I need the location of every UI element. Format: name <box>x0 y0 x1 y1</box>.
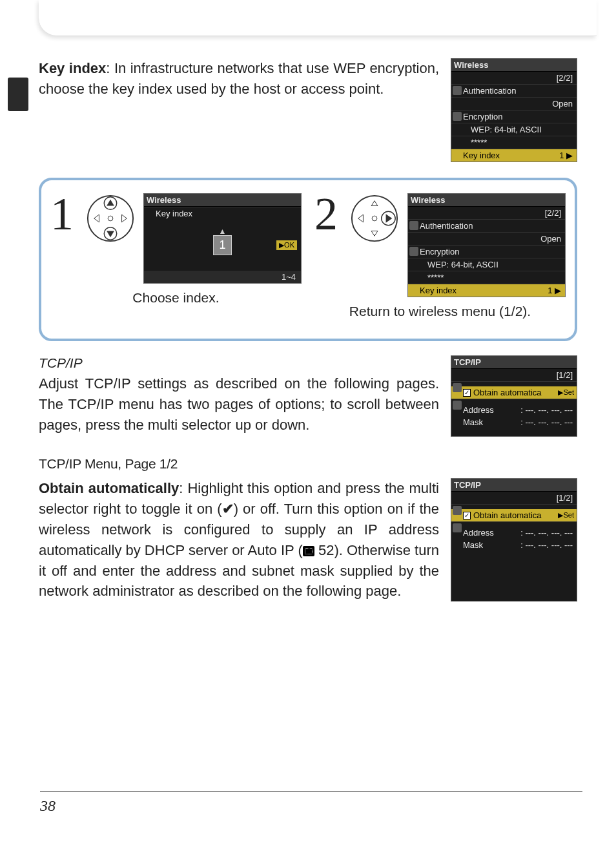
obtain-address-row: Address: ---. ---. ---. --- <box>451 527 577 539</box>
svg-point-1 <box>108 216 113 221</box>
obtain-lcd-set: ▶Set <box>558 511 574 519</box>
spacer <box>451 504 577 509</box>
step1-ok-badge: ▶OK <box>276 240 297 250</box>
obtain-lcd-label: Obtain automatica <box>473 510 542 520</box>
step1-range: 1~4 <box>144 271 301 283</box>
step-1-number: 1 <box>50 193 76 235</box>
tcpip-lcd-title: TCP/IP <box>451 356 577 369</box>
step-2-lcd: Wireless [2/2] Authentication Open Encry… <box>407 193 566 297</box>
lcd-auth-value: Open <box>451 97 577 110</box>
lcd-enc-key: ***** <box>451 136 577 149</box>
step2-lcd-page: [2/2] <box>408 207 565 219</box>
svg-marker-12 <box>358 215 364 222</box>
svg-marker-2 <box>107 200 114 206</box>
obtain-lcd-title: TCP/IP <box>451 479 577 492</box>
side-tab <box>8 78 28 111</box>
step2-ki-row: Key index 1 ▶ <box>408 284 565 297</box>
page-footer: 38 <box>40 791 582 817</box>
obtain-auto-paragraph: Obtain automatically: Highlight this opt… <box>39 478 439 602</box>
svg-marker-13 <box>386 214 393 223</box>
key-index-paragraph: Key index: In infrastructure networks th… <box>39 58 439 100</box>
obtain-auto-section: Obtain automatically: Highlight this opt… <box>39 478 577 602</box>
camera-icon <box>453 383 462 392</box>
header-curve <box>39 0 597 36</box>
steps-box: 1 Wireless Key index <box>39 178 577 341</box>
camera-icon <box>453 506 462 515</box>
wrench-icon <box>453 401 462 410</box>
camera-icon <box>409 221 418 230</box>
step1-lcd-subtitle: Key index <box>144 207 301 220</box>
arrow-up-icon: ▲ <box>219 227 227 236</box>
tcpip-lcd: TCP/IP [1/2] ✓ Obtain automatica ▶Set Ad… <box>451 355 577 437</box>
checkbox-checked-icon: ✓ <box>463 512 471 519</box>
obtain-auto-label: Obtain automatically <box>39 480 179 496</box>
tcpip-body: Adjust TCP/IP settings as described on t… <box>39 373 439 435</box>
checkbox-checked-icon: ✓ <box>463 389 471 397</box>
step-1-caption: Choose index. <box>132 290 219 306</box>
svg-marker-5 <box>122 215 127 222</box>
check-icon: ✔ <box>222 501 234 517</box>
spacer <box>451 399 577 404</box>
tcpip-lcd-page: [1/2] <box>451 369 577 381</box>
tcpip-section: TCP/IP Adjust TCP/IP settings as describ… <box>39 355 577 437</box>
dpad-up-down-icon <box>85 193 136 244</box>
step-1-lcd: Wireless Key index ▲ 1 ▶OK 1~4 <box>143 193 302 284</box>
obtain-lcd-page: [1/2] <box>451 492 577 504</box>
lcd-auth-row: Authentication <box>451 84 577 97</box>
obtain-lcd-row: ✓ Obtain automatica ▶Set <box>451 509 577 521</box>
lcd-enc-row: Encryption <box>451 110 577 123</box>
step-1: 1 Wireless Key index <box>50 193 302 319</box>
step2-auth-label: Authentication <box>408 219 565 232</box>
dpad-right-icon <box>349 193 400 244</box>
step-2: 2 Wireless [2/2] Authentication <box>314 193 566 319</box>
key-index-label: Key index <box>39 60 106 76</box>
obtain-mask-row: Mask: ---. ---. ---. --- <box>451 539 577 551</box>
svg-point-9 <box>372 216 377 221</box>
page-ref-icon <box>303 546 314 556</box>
spacer <box>451 521 577 527</box>
lcd-keyindex-row: Key index 1 ▶ <box>451 149 577 162</box>
step-2-caption: Return to wireless menu (1/2). <box>349 304 531 319</box>
step2-lcd-title: Wireless <box>408 194 565 207</box>
spacer <box>451 551 577 559</box>
step-2-number: 2 <box>314 193 340 235</box>
wrench-icon <box>453 112 462 121</box>
tcpip-obtain-row: ✓ Obtain automatica ▶Set <box>451 386 577 399</box>
lcd-auth-label: Authentication <box>463 86 516 96</box>
step2-ki-value: 1 <box>548 286 552 295</box>
wrench-icon <box>453 523 462 532</box>
lcd-keyindex-label: Key index <box>463 151 500 160</box>
step2-enc-label: Encryption <box>408 245 565 258</box>
tcpip-address-row: Address: ---. ---. ---. --- <box>451 404 577 416</box>
tcpip-page-heading: TCP/IP Menu, Page 1/2 <box>39 456 577 472</box>
svg-marker-11 <box>371 231 378 236</box>
svg-marker-3 <box>107 231 114 238</box>
tcpip-obtain-label: Obtain automatica <box>473 388 542 397</box>
step2-ki-label: Key index <box>420 286 457 295</box>
step1-lcd-value-area: ▲ 1 ▶OK <box>144 220 301 271</box>
camera-icon <box>453 86 462 95</box>
lcd-enc-label: Encryption <box>463 112 502 121</box>
spacer <box>451 381 577 386</box>
step2-auth-value: Open <box>408 232 565 245</box>
obtain-lcd: TCP/IP [1/2] ✓ Obtain automatica ▶Set Ad… <box>451 478 577 602</box>
key-index-section: Key index: In infrastructure networks th… <box>39 58 577 162</box>
lcd-page-indicator: [2/2] <box>451 72 577 84</box>
tcpip-mask-row: Mask: ---. ---. ---. --- <box>451 416 577 428</box>
step1-lcd-value: ▲ 1 <box>213 235 231 255</box>
arrow-right-icon: ▶ <box>555 286 561 295</box>
lcd-keyindex-value: 1 <box>559 151 564 160</box>
lcd-title: Wireless <box>451 59 577 72</box>
tcpip-set-label: ▶Set <box>558 388 574 397</box>
svg-marker-10 <box>371 201 378 206</box>
wrench-icon <box>409 247 418 256</box>
step2-enc-key: ***** <box>408 271 565 284</box>
spacer <box>451 428 577 436</box>
step2-enc-value: WEP: 64-bit, ASCII <box>408 258 565 271</box>
tcpip-heading: TCP/IP <box>39 355 439 371</box>
step1-value-text: 1 <box>219 238 225 251</box>
arrow-right-icon: ▶ <box>566 151 573 160</box>
obtain-page-ref: 52 <box>314 542 334 558</box>
svg-marker-4 <box>94 215 99 222</box>
lcd-enc-value: WEP: 64-bit, ASCII <box>451 123 577 136</box>
